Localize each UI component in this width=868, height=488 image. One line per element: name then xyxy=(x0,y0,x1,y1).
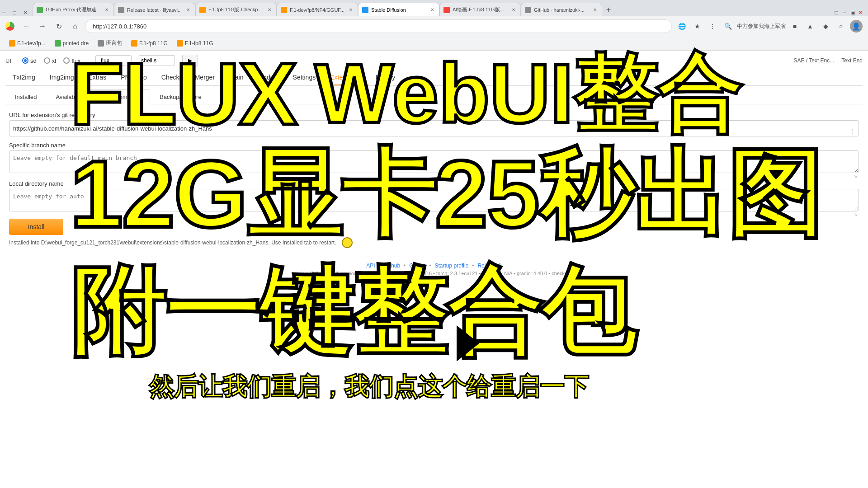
sae-label: SAE / Text Enc... xyxy=(793,57,834,64)
bookmark-f1-dev[interactable]: F.1-dev/fp... xyxy=(5,39,49,48)
tab-models[interactable]: Models xyxy=(250,70,285,85)
ext-tab-backup-restore[interactable]: Backup/Restore xyxy=(150,89,211,104)
flux-input[interactable] xyxy=(95,55,132,66)
ext-tab-install-from-url[interactable]: Install from URL xyxy=(89,89,150,104)
close-button[interactable]: ✕ xyxy=(22,9,29,16)
translate-icon[interactable]: 🌐 xyxy=(675,20,688,33)
footer-gradio-link[interactable]: Gradio xyxy=(409,263,425,269)
tab-txt2img[interactable]: Txt2img xyxy=(5,70,42,85)
home-button[interactable]: ⌂ xyxy=(69,20,81,33)
arrow-button[interactable]: ▶ xyxy=(182,55,198,66)
bookmark-favicon xyxy=(9,40,15,47)
bookmark-star-icon[interactable]: ★ xyxy=(691,20,703,33)
dir-label: Local directory name xyxy=(9,180,859,187)
minimize-button[interactable]: − xyxy=(0,9,7,16)
tab-close-icon[interactable]: ✕ xyxy=(429,7,435,13)
toolbar-icons: 🌐 ★ ⋮ 🔍 中方参加我海上军演 ■ ▲ ◆ ○ 👤 xyxy=(675,20,863,33)
tab-train[interactable]: Train xyxy=(222,70,250,85)
tab-settings[interactable]: Settings xyxy=(286,70,323,85)
shell-input[interactable] xyxy=(139,55,175,66)
tab-f1-dev-nf4[interactable]: F.1-dev/fp8/NF4/GGUF... ✕ xyxy=(277,3,358,16)
extension-icon-1[interactable]: ■ xyxy=(788,20,801,33)
dir-input[interactable] xyxy=(9,189,859,211)
footer-github-link[interactable]: Github xyxy=(384,263,400,269)
bookmark-printed[interactable]: printed dre xyxy=(51,39,92,48)
bookmark-f1-fp8-2[interactable]: F.1-fp8 11G xyxy=(173,39,217,48)
bookmark-favicon xyxy=(98,40,104,47)
footer-reload-link[interactable]: Reload UI xyxy=(477,263,501,269)
footer-dot-2: • xyxy=(404,263,406,269)
textarea-resize-icon: ↘ xyxy=(854,174,857,178)
tab-close-icon[interactable]: ✕ xyxy=(510,7,517,13)
tab-checkpoint-merger[interactable]: Checkpoint Merger xyxy=(154,70,222,85)
new-tab-button[interactable]: + xyxy=(602,4,615,16)
bookmark-label: printed dre xyxy=(63,40,89,47)
tab-png-info[interactable]: PNG Info xyxy=(113,70,154,85)
bookmark-f1-fp8-1[interactable]: F.1-fp8 11G xyxy=(127,39,171,48)
footer-links: API • Github • Gradio • Startup profile … xyxy=(5,263,863,269)
radio-circle-flux xyxy=(63,57,70,64)
frame-maximize-button[interactable]: ▣ xyxy=(849,9,856,16)
footer-startup-link[interactable]: Startup profile xyxy=(435,263,469,269)
overlay-text-subtitle: 然后让我们重启，我们点这个给重启一下 xyxy=(149,374,589,399)
search-hint: 中方参加我海上军演 xyxy=(737,23,786,30)
extension-icon-4[interactable]: ○ xyxy=(835,20,847,33)
tab-ai-painting[interactable]: AI绘画-F.1-fp8 11G版-... ✕ xyxy=(439,3,521,16)
more-options-icon[interactable]: ⋮ xyxy=(706,20,719,33)
tab-stable-diffusion[interactable]: Stable Diffusion ✕ xyxy=(358,3,439,16)
tab-close-icon[interactable]: ✕ xyxy=(348,7,354,13)
bookmark-label: F.1-fp8 11G xyxy=(139,40,168,47)
tab-favicon xyxy=(199,7,206,13)
frame-restore-button[interactable]: □ xyxy=(833,9,840,16)
address-input[interactable]: http://127.0.0.1:7860 xyxy=(85,19,672,33)
extension-icon-2[interactable]: ▲ xyxy=(804,20,816,33)
tab-title: GitHub Proxy 代理加速 xyxy=(46,6,101,13)
tab-title: F.1-dev/fp8/NF4/GGUF... xyxy=(290,7,345,13)
bookmark-label: F.1-dev/fp... xyxy=(17,40,46,47)
radio-xl[interactable]: xl xyxy=(44,57,56,64)
maximize-button[interactable]: □ xyxy=(11,9,18,16)
ext-tab-available[interactable]: Available xyxy=(46,89,89,104)
branch-input[interactable] xyxy=(9,150,859,173)
bookmark-lang[interactable]: 语言包 xyxy=(94,38,126,48)
radio-circle-xl xyxy=(44,57,50,64)
install-button[interactable]: Install xyxy=(9,219,63,235)
radio-sd[interactable]: sd xyxy=(22,57,37,64)
radio-row: UI sd xl flux ▶ SAE / Text Enc... Text E… xyxy=(5,55,863,66)
forward-button[interactable]: → xyxy=(36,20,49,33)
tab-close-icon[interactable]: ✕ xyxy=(266,7,273,13)
ext-tab-installed[interactable]: Installed xyxy=(5,89,46,104)
extension-icon-3[interactable]: ◆ xyxy=(819,20,832,33)
text-end-label: Text End xyxy=(841,57,863,64)
tab-close-icon[interactable]: ✕ xyxy=(592,7,598,13)
tab-github-proxy[interactable]: GitHub Proxy 代理加速 ✕ xyxy=(33,3,114,16)
tab-img2img[interactable]: Img2img xyxy=(42,70,81,85)
frame-minimize-button[interactable]: − xyxy=(841,9,848,16)
divider xyxy=(88,56,88,65)
back-button[interactable]: ← xyxy=(20,20,33,33)
tab-history[interactable]: History xyxy=(368,70,403,85)
tab-extensions[interactable]: Extensions xyxy=(323,70,368,85)
radio-flux[interactable]: flux xyxy=(63,57,80,64)
url-input[interactable] xyxy=(9,120,859,136)
tabs-bar: − □ ✕ GitHub Proxy 代理加速 ✕ Release latest… xyxy=(0,0,868,16)
footer-dot-3: • xyxy=(429,263,431,269)
overlay-arrow xyxy=(457,325,479,361)
tab-f1-fp8-checkpoint[interactable]: F.1-fp8 11G版-Checkp... ✕ xyxy=(195,3,277,16)
textarea-resize-icon-2: ↘ xyxy=(854,212,857,217)
tab-extras[interactable]: Extras xyxy=(81,70,113,85)
search-button[interactable]: 🔍 xyxy=(722,20,734,33)
tab-favicon xyxy=(118,7,124,13)
avatar[interactable]: 👤 xyxy=(850,20,863,33)
refresh-button[interactable]: ↻ xyxy=(52,20,65,33)
tab-close-icon[interactable]: ✕ xyxy=(104,7,110,13)
bookmark-favicon xyxy=(55,40,61,47)
tab-title: Stable Diffusion xyxy=(371,7,426,13)
tab-release-latest[interactable]: Release latest · Illyasvi... ✕ xyxy=(114,3,195,16)
frame-close-button[interactable]: ✕ xyxy=(857,9,864,16)
footer-api-link[interactable]: API xyxy=(366,263,375,269)
chrome-logo xyxy=(5,22,14,31)
tab-close-icon[interactable]: ✕ xyxy=(185,7,191,13)
page-content: UI sd xl flux ▶ SAE / Text Enc... Text E… xyxy=(0,51,868,282)
tab-github-hanamizuki[interactable]: GitHub · hanamizuki-... ✕ xyxy=(521,3,602,16)
